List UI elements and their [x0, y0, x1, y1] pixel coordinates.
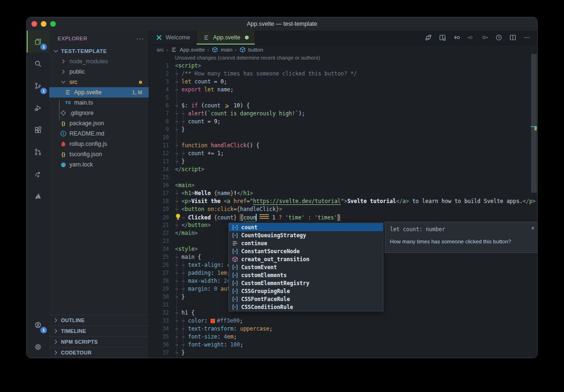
activity-azure[interactable] — [27, 185, 49, 207]
suggest-item-count[interactable]: count — [229, 223, 383, 231]
code-line-11[interactable]: 11→ function handleClick() { — [149, 142, 531, 150]
suggest-widget: countCountQueuingStrategycontinueConstan… — [229, 223, 383, 311]
code-line-16[interactable]: 16<main> — [149, 181, 531, 189]
suggest-item-continue[interactable]: continue — [229, 239, 383, 247]
breadcrumb-button[interactable]: button — [239, 46, 263, 53]
modified-dot[interactable] — [245, 36, 249, 39]
line-number: 20 — [149, 214, 169, 222]
activity-run-debug[interactable] — [27, 97, 49, 119]
symbol-variable-icon — [231, 232, 239, 239]
navigate-back-icon[interactable] — [451, 32, 462, 43]
activity-github-pull-requests[interactable] — [27, 141, 49, 163]
file-.gitignore[interactable]: .gitignore — [49, 108, 149, 118]
explorer-more-actions-icon[interactable]: ··· — [136, 35, 144, 42]
code-editor[interactable]: Unsaved changes (cannot determine recent… — [149, 54, 537, 358]
code-line-6[interactable]: 6→ $: if (count ⩾ 10) { — [149, 102, 531, 110]
welcome-icon — [155, 34, 163, 41]
code-line-14[interactable]: 14</script> — [149, 166, 531, 173]
file-src[interactable]: src — [49, 77, 149, 87]
suggest-item-ConstantSourceNode[interactable]: ConstantSourceNode — [229, 247, 383, 255]
code-line-19[interactable]: 19→ <button on:click={handleClick}> — [149, 205, 531, 213]
suggest-item-create_out_transition[interactable]: create_out_transition — [229, 255, 383, 263]
scrollbar-thumb[interactable] — [531, 54, 537, 193]
code-line-20[interactable]: 20→ Clicked {count} {coun 1 ? 'time' : '… — [149, 213, 531, 221]
lightbulb-icon[interactable] — [175, 213, 182, 220]
breadcrumb-src[interactable]: src — [157, 47, 164, 53]
run-debug-icon — [34, 104, 42, 112]
file-package.json[interactable]: {}package.json — [49, 118, 149, 128]
code-line-1[interactable]: 1<script> — [149, 62, 531, 70]
suggest-item-CSSGroupingRule[interactable]: CSSGroupingRule — [229, 287, 383, 295]
activity-settings[interactable] — [27, 336, 49, 358]
file-rollup.config.js[interactable]: rollup.config.js — [49, 139, 149, 149]
titlebar[interactable]: App.svelte — test-template — [27, 17, 537, 31]
section-outline[interactable]: OUTLINE — [49, 315, 149, 325]
code-line-33[interactable]: 33→ → color: #ff3e00; — [149, 317, 531, 325]
code-line-17[interactable]: 17→ <h1>Hello {name}!</h1> — [149, 189, 531, 197]
line-number: 3 — [149, 78, 169, 86]
next-change-icon[interactable] — [479, 32, 490, 43]
code-line-8[interactable]: 8→ → count = 9; — [149, 118, 531, 126]
tab-app-svelte[interactable]: App.svelte — [197, 30, 255, 45]
compare-changes-icon[interactable] — [423, 32, 434, 43]
tab-welcome[interactable]: Welcome — [149, 30, 197, 45]
code-line-36[interactable]: 36→ → font-weight: 100; — [149, 341, 531, 349]
code-line-13[interactable]: 13→ } — [149, 158, 531, 166]
activity-extensions[interactable] — [27, 119, 49, 141]
code-line-35[interactable]: 35→ → font-size: 4em; — [149, 333, 531, 341]
file-App.svelte[interactable]: App.svelte1, M — [49, 87, 149, 98]
code-line-18[interactable]: 18→ <p>Visit the <a href="https://svelte… — [149, 197, 531, 205]
explorer-sidebar: EXPLORER ··· TEST-TEMPLATE node_modulesp… — [49, 30, 149, 358]
code-line-15[interactable]: 15 — [149, 173, 531, 181]
open-changes-icon[interactable] — [437, 32, 448, 43]
activity-explorer[interactable]: 1 — [27, 30, 49, 53]
diamond-icon — [60, 109, 67, 117]
activity-accounts[interactable]: 1 — [27, 314, 49, 336]
file-public[interactable]: public — [49, 67, 149, 77]
split-editor-icon[interactable] — [507, 32, 518, 43]
tree-root-test-template[interactable]: TEST-TEMPLATE — [49, 46, 149, 56]
line-number: 1 — [149, 62, 169, 70]
line-number: 15 — [149, 173, 169, 181]
file-node_modules[interactable]: node_modules — [49, 56, 149, 67]
code-line-12[interactable]: 12→ → count += 1; — [149, 150, 531, 158]
section-codetour[interactable]: CODETOUR — [49, 347, 149, 358]
suggest-item-CountQueuingStrategy[interactable]: CountQueuingStrategy — [229, 231, 383, 239]
suggest-item-CustomElementRegistry[interactable]: CustomElementRegistry — [229, 279, 383, 287]
activity-live-share[interactable] — [27, 163, 49, 185]
suggest-item-CSSFontFaceRule[interactable]: CSSFontFaceRule — [229, 295, 383, 303]
code-line-10[interactable]: 10 — [149, 134, 531, 142]
file-yarn.lock[interactable]: yarn.lock — [49, 159, 149, 170]
line-number: 31 — [149, 301, 169, 309]
color-swatch[interactable] — [211, 319, 215, 323]
activity-search[interactable] — [27, 53, 49, 75]
json-icon: {} — [60, 151, 67, 158]
equals-ligature — [259, 214, 269, 219]
suggest-item-CSSConditionRule[interactable]: CSSConditionRule — [229, 303, 383, 311]
previous-change-icon[interactable] — [465, 32, 476, 43]
code-line-9[interactable]: 9→ } — [149, 126, 531, 134]
line-number: 18 — [149, 197, 169, 205]
code-line-34[interactable]: 34→ → text-transform: uppercase; — [149, 325, 531, 333]
code-line-5[interactable]: 5 — [149, 94, 531, 102]
file-README.md[interactable]: README.md — [49, 128, 149, 139]
file-tsconfig.json[interactable]: {}tsconfig.json — [49, 149, 149, 159]
editor-scrollbar[interactable] — [531, 54, 537, 358]
code-line-2[interactable]: 2→ /** How many times has someone clicke… — [149, 70, 531, 78]
breadcrumb-main[interactable]: main — [211, 46, 232, 53]
close-icon[interactable]: × — [531, 225, 534, 232]
suggest-item-customElements[interactable]: customElements — [229, 271, 383, 279]
suggest-item-CustomEvent[interactable]: CustomEvent — [229, 263, 383, 271]
breadcrumb-app-svelte[interactable]: App.svelte — [170, 46, 205, 53]
file-history-icon[interactable] — [493, 32, 504, 43]
line-number: 30 — [149, 293, 169, 301]
code-line-37[interactable]: 37→ } — [149, 349, 531, 357]
code-line-7[interactable]: 7→ → alert(`count is dangerously high!`)… — [149, 110, 531, 118]
section-npm-scripts[interactable]: NPM SCRIPTS — [49, 336, 149, 347]
file-main.ts[interactable]: TSmain.ts — [49, 98, 149, 108]
more-actions-icon[interactable] — [521, 32, 533, 43]
activity-source-control[interactable]: 1 — [27, 75, 49, 97]
code-line-4[interactable]: 4→ export let name; — [149, 86, 531, 94]
section-timeline[interactable]: TIMELINE — [49, 325, 149, 336]
code-line-3[interactable]: 3→ let count = 0; — [149, 78, 531, 86]
